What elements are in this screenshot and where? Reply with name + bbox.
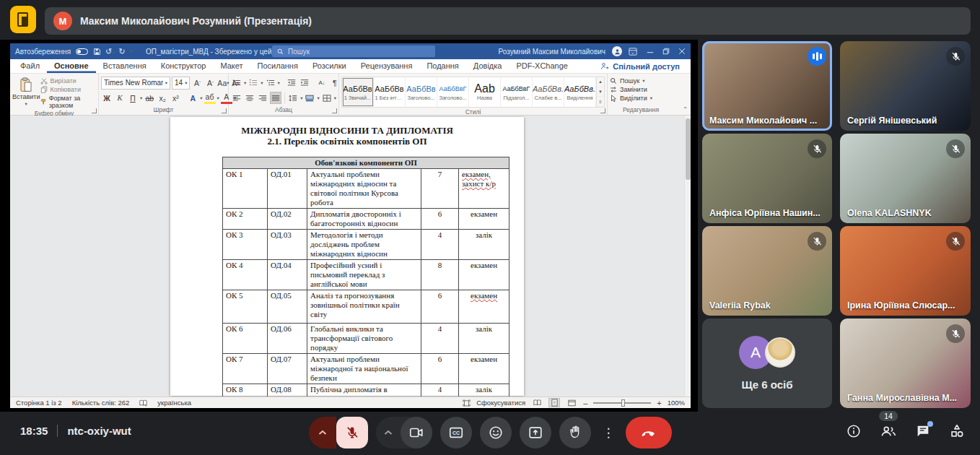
word-tab-9[interactable]: Подання	[419, 59, 465, 73]
redo-button[interactable]: ↻	[119, 47, 126, 56]
replace-button[interactable]: Замінити	[610, 86, 652, 93]
styles-scroll-down[interactable]: ▼	[597, 87, 604, 98]
page-indicator[interactable]: Сторінка 1 із 2	[16, 399, 62, 407]
participant-tile[interactable]: Сергій Янішевський	[840, 41, 971, 131]
reactions-button[interactable]	[480, 417, 512, 448]
increase-indent-button[interactable]	[299, 77, 310, 89]
meeting-details-button[interactable]	[846, 423, 862, 439]
clipboard-dialog-launcher[interactable]	[92, 108, 97, 113]
style-preset-6[interactable]: АаБбВвГПідзагол...	[501, 77, 533, 107]
zoom-level[interactable]: 100%	[668, 399, 685, 407]
change-case-button[interactable]: Аа▾	[217, 77, 229, 89]
word-tab-5[interactable]: Макет	[213, 59, 250, 73]
multilevel-list-button[interactable]	[265, 77, 276, 89]
read-mode-button[interactable]	[531, 398, 543, 407]
format-painter-button[interactable]: Формат за зразком	[40, 95, 97, 109]
italic-button[interactable]: К	[114, 92, 126, 104]
mic-options-chevron[interactable]	[309, 417, 336, 448]
raise-hand-button[interactable]	[559, 417, 591, 448]
font-dialog-launcher[interactable]	[222, 108, 227, 113]
participant-tile[interactable]: Ірина Юріївна Слюсар...	[840, 226, 971, 316]
focus-icon[interactable]	[463, 399, 471, 407]
style-preset-3[interactable]: АаБбВвЗаголово...	[406, 77, 437, 107]
numbering-button[interactable]	[248, 77, 259, 89]
word-tab-1[interactable]: Файл	[13, 59, 47, 73]
shading-button[interactable]	[304, 92, 315, 104]
word-tab-4[interactable]: Конструктор	[154, 59, 214, 73]
styles-expand[interactable]: ≡	[597, 97, 604, 107]
participants-button[interactable]: 14	[880, 423, 897, 439]
word-tab-10[interactable]: Довідка	[466, 59, 509, 73]
account-name[interactable]: Розумний Максим Миколайович	[498, 48, 605, 56]
account-avatar-icon[interactable]	[612, 46, 622, 56]
collapse-ribbon-button[interactable]: ⌃	[683, 106, 688, 113]
captions-button[interactable]: CC	[440, 417, 472, 448]
participant-tile[interactable]: Анфіса Юріївна Нашин...	[702, 134, 832, 223]
styles-scroll-up[interactable]: ▲	[597, 77, 604, 87]
participant-tile[interactable]: Olena KALASHNYK	[840, 134, 971, 223]
zoom-slider-thumb[interactable]	[621, 399, 625, 407]
style-preset-7[interactable]: АаБбВв.Слабке в...	[533, 77, 564, 107]
chat-button[interactable]	[915, 423, 931, 439]
word-window[interactable]: Автозбереження ↺▾ ↻ ▾ ОП_магістри_МВД - …	[10, 43, 691, 408]
strikethrough-button[interactable]: ab	[144, 92, 155, 104]
language-indicator[interactable]: українська	[157, 399, 191, 407]
qat-customize-button[interactable]: ▾	[130, 48, 132, 54]
font-size-combo[interactable]: 14▾	[172, 77, 190, 90]
word-tab-11[interactable]: PDF-XChange	[509, 59, 575, 73]
style-preset-1[interactable]: АаБбВв1 Звичай...	[342, 77, 374, 107]
underline-button[interactable]: П	[127, 92, 139, 104]
restore-button[interactable]	[662, 48, 670, 55]
style-preset-5[interactable]: АаbНазва	[469, 77, 501, 107]
overflow-participants-tile[interactable]: AЩе 6 осіб	[702, 318, 832, 408]
justify-button[interactable]	[270, 92, 281, 104]
zoom-out-button[interactable]: –	[583, 399, 587, 407]
style-preset-2[interactable]: АаБбВв1 Без інте...	[374, 77, 406, 107]
borders-button[interactable]	[321, 92, 333, 104]
find-button[interactable]: Пошук▾	[610, 77, 652, 84]
mic-toggle-button[interactable]	[336, 417, 368, 448]
style-preset-4[interactable]: АаБбВвГЗаголово...	[437, 77, 469, 107]
align-right-button[interactable]	[257, 92, 268, 104]
copy-button[interactable]: Копіювати	[40, 86, 97, 93]
style-preset-8[interactable]: АаБбВв.Виділення	[564, 77, 596, 107]
save-button[interactable]	[93, 48, 101, 56]
end-call-button[interactable]	[626, 417, 672, 448]
align-center-button[interactable]	[244, 92, 255, 104]
highlight-color-button[interactable]: аб	[204, 92, 216, 104]
bullets-button[interactable]	[231, 77, 242, 89]
focus-label[interactable]: Сфокусуватися	[476, 399, 525, 407]
participant-tile[interactable]: Valeriia Rybak	[702, 226, 832, 316]
paragraph-dialog-launcher[interactable]	[332, 108, 337, 113]
meet-logo[interactable]	[10, 6, 36, 33]
scrollbar-thumb[interactable]	[686, 118, 691, 180]
participant-tile[interactable]: Ганна Мирославівна М...	[840, 318, 971, 408]
titlebar-search-box[interactable]: Пошук	[272, 46, 435, 57]
more-options-button[interactable]: ⋮	[599, 417, 618, 448]
text-effects-button[interactable]: А	[187, 92, 198, 104]
sort-button[interactable]: А↓	[316, 77, 328, 89]
zoom-in-button[interactable]: +	[657, 399, 661, 407]
paste-button[interactable]: Вставити▾	[12, 75, 40, 109]
activities-button[interactable]	[949, 423, 965, 439]
participant-tile[interactable]: Максим Миколайович ...	[702, 41, 832, 131]
decrease-indent-button[interactable]	[286, 77, 297, 89]
zoom-slider[interactable]	[593, 402, 651, 404]
ribbon-options-icon[interactable]	[629, 48, 637, 56]
print-layout-button[interactable]	[548, 398, 560, 407]
vertical-scrollbar[interactable]	[684, 116, 691, 396]
styles-dialog-launcher[interactable]	[600, 108, 605, 113]
web-layout-button[interactable]	[566, 398, 577, 407]
minimize-button[interactable]	[647, 48, 654, 55]
autosave-toggle[interactable]	[76, 48, 88, 55]
word-tab-7[interactable]: Розсилки	[305, 59, 354, 73]
camera-toggle-button[interactable]	[401, 417, 432, 448]
share-access-button[interactable]: Спільний доступ	[595, 61, 685, 72]
word-tab-2[interactable]: Основне	[47, 59, 96, 73]
proofing-icon[interactable]	[139, 399, 147, 407]
presentation-banner[interactable]: M Максим Миколайович Розумний (Презентац…	[45, 7, 971, 35]
document-canvas[interactable]: МІЖНАРОДНІ ВІДНОСИНИ ТА ДИПЛОМАТІЯ 2.1. …	[10, 116, 691, 396]
align-left-button[interactable]	[231, 92, 242, 104]
word-count[interactable]: Кількість слів: 262	[72, 399, 130, 407]
shrink-font-button[interactable]: Аˇ	[204, 77, 216, 89]
